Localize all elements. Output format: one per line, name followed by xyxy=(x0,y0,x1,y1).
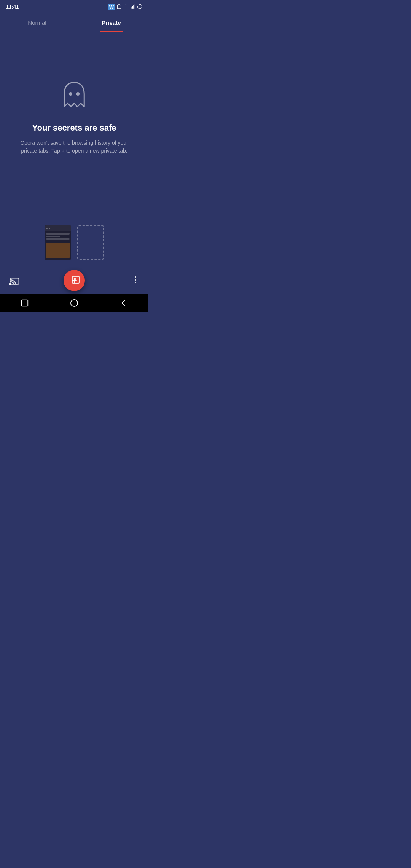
svg-point-13 xyxy=(71,300,78,306)
nav-home-button[interactable] xyxy=(67,295,82,311)
svg-rect-3 xyxy=(131,7,131,9)
thumb-line-3 xyxy=(46,238,70,240)
bottom-toolbar: + 1 ⋮ xyxy=(0,267,148,294)
ghost-icon xyxy=(57,80,91,114)
tab-private[interactable]: Private xyxy=(74,12,148,32)
tab-private-label: Private xyxy=(102,19,121,26)
thumb-body xyxy=(45,231,71,260)
menu-button[interactable]: ⋮ xyxy=(131,275,139,285)
clipboard-icon xyxy=(116,4,122,10)
thumb-line-2 xyxy=(46,236,60,237)
wifi-icon xyxy=(123,4,129,10)
svg-point-9 xyxy=(76,92,80,96)
tab-switcher-button[interactable]: 1 xyxy=(72,276,80,284)
w-icon: W xyxy=(108,4,115,10)
thumb-dot-2 xyxy=(49,228,50,229)
status-time: 11:41 xyxy=(6,4,19,10)
thumbnails-area xyxy=(0,225,148,267)
thumb-header xyxy=(45,225,71,231)
thumb-line-1 xyxy=(46,233,70,235)
cast-button[interactable] xyxy=(9,274,20,285)
thumb-content xyxy=(45,225,71,260)
nav-recents-button[interactable] xyxy=(17,295,32,311)
tab-count-badge: 1 xyxy=(72,276,80,284)
svg-point-8 xyxy=(69,92,72,96)
new-tab-placeholder[interactable] xyxy=(77,225,104,260)
recents-icon xyxy=(21,299,29,307)
svg-rect-4 xyxy=(132,6,133,8)
status-bar: 11:41 W xyxy=(0,0,148,12)
home-icon xyxy=(70,299,78,307)
tab-count: 1 xyxy=(75,278,77,282)
more-icon: ⋮ xyxy=(131,275,139,285)
svg-rect-6 xyxy=(135,4,135,9)
svg-point-11 xyxy=(9,283,11,285)
nav-back-button[interactable] xyxy=(116,295,131,311)
thumb-image xyxy=(46,243,70,258)
svg-rect-1 xyxy=(117,5,121,8)
cast-icon xyxy=(9,274,20,285)
tab-bar: Normal Private xyxy=(0,12,148,32)
empty-state-headline: Your secrets are safe xyxy=(32,123,116,133)
svg-rect-5 xyxy=(133,5,134,8)
svg-rect-12 xyxy=(22,300,28,306)
empty-state-container: Your secrets are safe Opera won't save t… xyxy=(0,32,148,225)
tab-active-indicator xyxy=(100,31,123,32)
svg-point-2 xyxy=(126,8,126,8)
svg-point-7 xyxy=(137,4,142,9)
empty-state-subtext: Opera won't save the browsing history of… xyxy=(12,139,136,155)
signal-icon xyxy=(130,4,135,10)
back-icon xyxy=(119,299,128,307)
battery-icon xyxy=(137,4,142,10)
thumb-dot-1 xyxy=(46,228,48,229)
status-icons: W xyxy=(108,4,142,10)
tab-normal-label: Normal xyxy=(28,19,46,26)
tab-normal[interactable]: Normal xyxy=(0,12,74,32)
tab-thumbnail[interactable] xyxy=(45,225,71,260)
system-nav-bar xyxy=(0,294,148,312)
